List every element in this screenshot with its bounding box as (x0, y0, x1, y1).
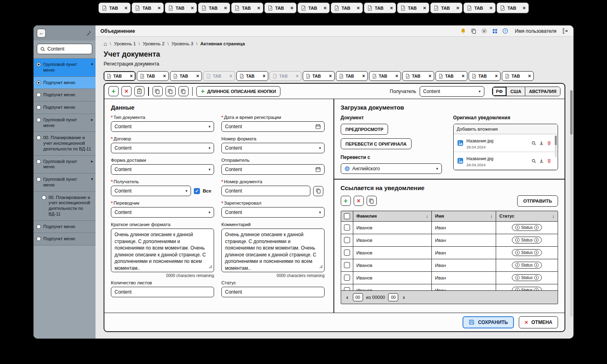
trash-icon[interactable] (546, 140, 552, 146)
row-checkbox[interactable] (344, 224, 350, 231)
table-row[interactable]: Иванов Иван iStatusi (341, 247, 558, 259)
screen-tab[interactable]: TAB× (165, 2, 197, 13)
page-tab[interactable]: TAB× (137, 71, 169, 81)
sort-down-icon[interactable]: ↓ (490, 214, 493, 218)
page-tab[interactable]: TAB× (170, 71, 202, 81)
screen-tab[interactable]: TAB× (297, 2, 330, 13)
close-icon[interactable]: × (357, 5, 360, 11)
close-icon[interactable]: × (191, 5, 194, 11)
screen-tab[interactable]: TAB× (198, 2, 230, 13)
sidebar-item-group[interactable]: Групповой пункт меню▾ (34, 174, 96, 192)
close-icon[interactable]: × (163, 73, 166, 79)
sidebar-item-sub[interactable]: Подпункт меню (34, 89, 96, 102)
notifications-bell-icon[interactable] (460, 28, 467, 34)
screen-tab[interactable]: TAB× (132, 2, 164, 13)
close-icon[interactable]: × (429, 73, 431, 79)
delivery-form-select[interactable]: Content▾ (111, 164, 214, 175)
pin-icon[interactable] (84, 29, 92, 37)
close-icon[interactable]: × (290, 5, 293, 11)
region-australia-button[interactable]: АВСТРАЛИЯ (525, 87, 560, 96)
close-icon[interactable]: × (456, 5, 459, 11)
calendar-icon[interactable] (315, 124, 321, 129)
download-icon[interactable] (539, 158, 544, 164)
page-tab[interactable]: TAB× (104, 71, 136, 81)
table-row[interactable]: Иванов Иван iStatusi (341, 284, 558, 290)
close-icon[interactable]: × (323, 5, 327, 11)
help-icon[interactable] (502, 28, 509, 34)
translate-from-original-button[interactable]: ПЕРЕВЕСТИ С ОРИГИНАЛА (341, 138, 412, 149)
contract-select[interactable]: Content▾ (111, 143, 214, 153)
page-tab[interactable]: TAB× (303, 71, 335, 81)
close-icon[interactable]: × (390, 5, 393, 11)
row-checkbox[interactable] (344, 275, 350, 281)
copy-doc-number-button[interactable] (313, 186, 323, 196)
page-tab[interactable]: TAB× (469, 71, 501, 81)
close-icon[interactable]: × (124, 5, 127, 11)
page-tab[interactable]: TAB× (402, 71, 434, 81)
sidebar-item-group[interactable]: Групповой пункт меню▸ (34, 156, 96, 174)
save-button[interactable]: СОХРАНИТЬ (463, 316, 514, 328)
breadcrumb-level-2[interactable]: Уровень 2 (143, 41, 165, 46)
row-checkbox[interactable] (344, 250, 350, 256)
region-rf-button[interactable]: РФ (492, 87, 507, 96)
row-checkbox[interactable] (344, 237, 350, 243)
language-select[interactable]: Английского ▾ (341, 163, 442, 174)
screen-tab[interactable]: TAB× (231, 2, 263, 13)
close-icon[interactable]: × (528, 73, 531, 79)
sort-down-icon[interactable]: ↓ (552, 214, 555, 218)
close-icon[interactable]: × (395, 73, 398, 79)
sidebar-item-sub[interactable]: Подпункт меню (34, 102, 96, 114)
column-header-status[interactable]: Статус↓ (496, 211, 558, 221)
screen-tab[interactable]: TAB× (397, 2, 429, 13)
sidebar-item-group[interactable]: Групповой пункт меню▾ (34, 59, 96, 77)
reg-datetime-input[interactable]: Content (221, 121, 325, 132)
format-number-select[interactable]: Content▾ (221, 143, 325, 153)
all-checkbox[interactable]: ✓ (194, 188, 200, 194)
long-description-button[interactable]: +ДЛИННОЕ ОПИСАНИЕ КНОПКИ (196, 86, 280, 97)
add-attachments-header[interactable]: Добавить вложения (454, 124, 558, 134)
column-header-name[interactable]: Имя↓ (432, 211, 496, 221)
comment-textarea[interactable]: Очень длинное описание к данной странице… (221, 229, 325, 272)
translator-select[interactable]: Content▾ (111, 207, 214, 218)
screen-tab[interactable]: TAB× (463, 2, 496, 13)
gear-icon[interactable] (481, 28, 488, 34)
sheets-count-input[interactable]: Content (111, 287, 214, 297)
zoom-attachment-icon[interactable] (531, 140, 537, 146)
home-icon[interactable]: ⌂ (104, 41, 107, 47)
copy-button-3[interactable] (178, 86, 189, 96)
page-tab[interactable]: TAB× (502, 71, 534, 81)
current-page-input[interactable]: 00 (353, 293, 363, 301)
download-icon[interactable] (539, 140, 544, 146)
recipient-field-select[interactable]: Content▾ (111, 186, 191, 196)
close-icon[interactable]: × (462, 73, 465, 79)
table-row[interactable]: Иванов Иван iStatusi (341, 259, 558, 272)
sidebar-item-sub[interactable]: Подпункт меню (34, 221, 96, 233)
recipient-select[interactable]: Content▾ (420, 86, 484, 97)
page-tab[interactable]: TAB× (236, 71, 268, 81)
short-desc-textarea[interactable]: Очень длинное описание к данной странице… (111, 229, 214, 272)
close-icon[interactable]: × (329, 73, 332, 79)
close-icon[interactable]: × (489, 5, 492, 11)
region-usa-button[interactable]: США (507, 87, 525, 96)
screen-tab[interactable]: TAB× (497, 2, 529, 13)
add-button[interactable]: + (108, 86, 119, 96)
screen-tab[interactable]: TAB× (331, 2, 363, 13)
attachments-scrollbar[interactable] (555, 135, 557, 157)
select-all-checkbox[interactable] (344, 213, 350, 219)
doc-type-select[interactable]: Content▾ (111, 121, 214, 132)
send-button[interactable]: ОТПРАВИТЬ (517, 195, 558, 207)
resize-handle-icon[interactable] (319, 264, 323, 271)
close-icon[interactable]: × (522, 5, 526, 11)
next-page-icon[interactable]: › (401, 294, 406, 301)
sender-input[interactable]: Content (221, 164, 325, 175)
close-icon[interactable]: × (130, 73, 133, 79)
logout-icon[interactable] (562, 28, 569, 34)
column-header-surname[interactable]: Фамилия↓ (353, 211, 432, 221)
resize-handle-icon[interactable] (209, 264, 212, 271)
calendar-icon[interactable] (315, 167, 321, 172)
cancel-button[interactable]: × ОТМЕНА (519, 316, 558, 328)
screen-tab[interactable]: TAB× (364, 2, 396, 13)
preview-button[interactable]: ПРЕДПРОСМОТР (341, 124, 388, 135)
sort-down-icon[interactable]: ↓ (426, 214, 429, 218)
close-icon[interactable]: × (157, 5, 161, 11)
